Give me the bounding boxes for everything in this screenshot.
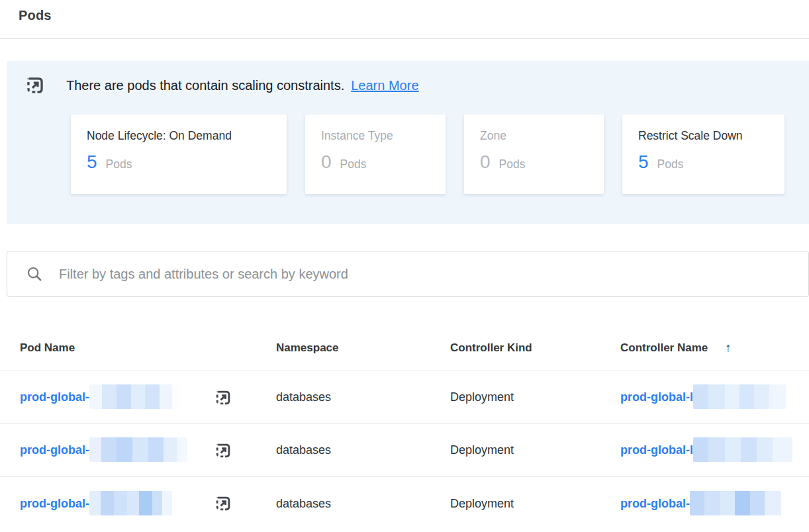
pod-name-cell: prod-global- — [20, 438, 276, 463]
card-instance-type[interactable]: Instance Type 0 Pods — [305, 114, 446, 194]
namespace-cell: databases — [276, 390, 450, 404]
card-title: Node Lifecycle: On Demand — [87, 129, 271, 143]
table-row: prod-global- databases Deployment prod-g… — [0, 371, 809, 424]
column-header-pod-name[interactable]: Pod Name — [20, 341, 276, 355]
scale-up-icon[interactable] — [213, 441, 233, 461]
redacted-controller-name — [690, 491, 781, 515]
table-row: prod-global- databases Deployment prod-g… — [0, 424, 809, 477]
controller-kind-cell: Deployment — [450, 443, 620, 457]
controller-kind-cell: Deployment — [450, 390, 620, 404]
controller-name-link[interactable]: prod-global-l — [620, 390, 693, 404]
sort-arrow-up-icon[interactable]: ↑ — [725, 341, 732, 355]
card-value-row: 0 Pods — [480, 152, 588, 173]
divider — [0, 38, 809, 39]
redacted-pod-name — [89, 384, 179, 409]
pod-name-link[interactable]: prod-global- — [20, 443, 89, 457]
pods-table: Pod Name Namespace Controller Kind Contr… — [0, 325, 809, 530]
card-title: Instance Type — [321, 129, 430, 143]
card-value-row: 5 Pods — [638, 152, 769, 173]
card-node-lifecycle-on-demand[interactable]: Node Lifecycle: On Demand 5 Pods — [71, 114, 287, 194]
table-header: Pod Name Namespace Controller Kind Contr… — [0, 325, 809, 371]
redacted-controller-name — [693, 437, 792, 462]
controller-name-cell: prod-global- — [620, 492, 809, 516]
card-unit: Pods — [340, 157, 367, 171]
banner-header: There are pods that contain scaling cons… — [24, 74, 809, 97]
card-value: 0 — [321, 152, 332, 173]
card-unit: Pods — [657, 157, 684, 171]
column-header-label: Controller Name — [620, 341, 708, 355]
card-zone[interactable]: Zone 0 Pods — [464, 114, 604, 194]
scaling-constraints-banner: There are pods that contain scaling cons… — [7, 61, 809, 224]
controller-kind-cell: Deployment — [450, 497, 620, 511]
namespace-cell: databases — [276, 443, 450, 457]
card-unit: Pods — [499, 157, 526, 171]
redacted-pod-name — [89, 491, 172, 515]
card-value-row: 0 Pods — [321, 152, 430, 173]
controller-name-link[interactable]: prod-global- — [620, 497, 690, 511]
filter-search-bar[interactable] — [7, 251, 809, 297]
column-header-label: Controller Kind — [450, 341, 532, 355]
banner-message: There are pods that contain scaling cons… — [66, 78, 344, 93]
controller-name-link[interactable]: prod-global-l — [620, 443, 693, 457]
column-header-label: Pod Name — [20, 341, 75, 355]
controller-name-cell: prod-global-l — [620, 385, 809, 410]
pod-name-link[interactable]: prod-global- — [20, 390, 89, 404]
card-title: Restrict Scale Down — [638, 129, 769, 143]
scale-up-icon — [24, 74, 46, 97]
card-value: 5 — [87, 152, 97, 173]
column-header-namespace[interactable]: Namespace — [276, 341, 450, 355]
card-unit: Pods — [106, 157, 132, 171]
card-value: 5 — [638, 152, 649, 173]
scale-up-icon[interactable] — [213, 388, 233, 408]
constraint-cards: Node Lifecycle: On Demand 5 Pods Instanc… — [71, 114, 809, 194]
namespace-cell: databases — [276, 497, 450, 511]
scale-up-icon[interactable] — [213, 494, 233, 513]
redacted-pod-name — [89, 437, 187, 462]
card-value-row: 5 Pods — [87, 152, 271, 173]
card-value: 0 — [480, 152, 491, 173]
table-row: prod-global- databases Deployment prod-g… — [0, 477, 809, 530]
page-title: Pods — [19, 8, 809, 23]
column-header-controller-kind[interactable]: Controller Kind — [450, 341, 620, 355]
search-input[interactable] — [59, 251, 808, 296]
card-title: Zone — [480, 129, 588, 143]
column-header-label: Namespace — [276, 341, 339, 355]
controller-name-cell: prod-global-l — [620, 438, 809, 463]
pod-name-cell: prod-global- — [20, 385, 276, 410]
learn-more-link[interactable]: Learn More — [351, 78, 418, 93]
redacted-controller-name — [693, 384, 786, 409]
pods-page: Pods There are pods that contain scaling… — [0, 8, 809, 532]
search-icon — [26, 265, 43, 283]
card-restrict-scale-down[interactable]: Restrict Scale Down 5 Pods — [622, 114, 785, 194]
pod-name-cell: prod-global- — [20, 492, 276, 516]
column-header-controller-name[interactable]: Controller Name ↑ — [620, 341, 809, 355]
pod-name-link[interactable]: prod-global- — [20, 497, 89, 511]
